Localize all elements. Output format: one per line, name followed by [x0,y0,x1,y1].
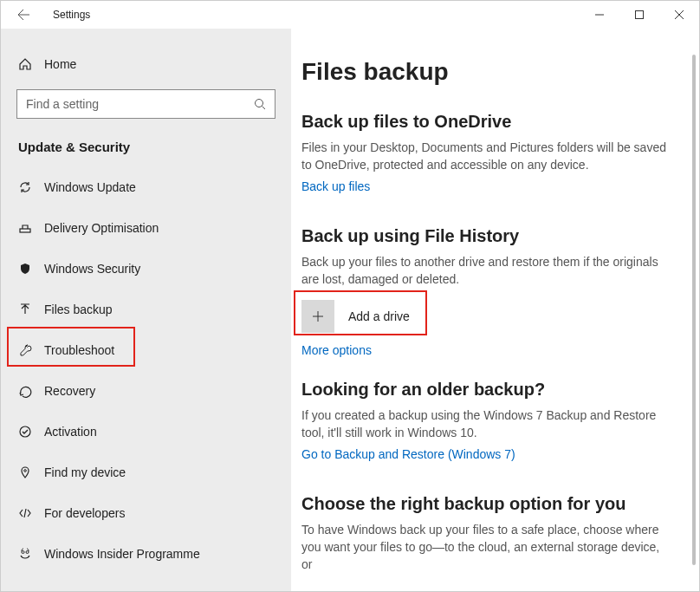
choose-heading: Choose the right backup option for you [301,494,671,514]
search-input[interactable] [26,97,266,111]
page-title: Files backup [301,58,671,86]
search-box[interactable] [16,89,275,119]
nav-label: Windows Security [44,262,140,276]
nav-for-developers[interactable]: For developers [1,492,291,533]
maximize-button[interactable] [619,1,659,29]
category-heading: Update & Security [1,122,291,166]
nav-label: Windows Insider Programme [44,547,200,561]
filehistory-heading: Back up using File History [301,226,671,246]
check-circle-icon [18,425,44,439]
window-body: Home Update & Security Windows Update [1,29,699,591]
filehistory-desc: Back up your files to another drive and … [301,253,671,289]
insider-icon [18,547,44,561]
window-title: Settings [41,9,90,21]
more-options-link[interactable]: More options [301,343,372,357]
svg-point-4 [24,469,27,472]
titlebar-left: Settings [1,1,90,29]
arrow-left-icon [16,8,30,22]
titlebar: Settings [1,1,699,29]
content-scrollbar[interactable] [692,55,696,565]
nav-recovery[interactable]: Recovery [1,370,291,411]
nav-label: Files backup [44,303,113,316]
delivery-icon [18,221,44,235]
nav-activation[interactable]: Activation [1,411,291,452]
add-drive-button[interactable]: Add a drive [301,296,671,336]
plus-icon [311,309,325,323]
nav-windows-security[interactable]: Windows Security [1,248,291,289]
svg-point-1 [256,100,263,107]
developers-icon [18,506,44,520]
backup-restore-link[interactable]: Go to Backup and Restore (Windows 7) [301,447,515,461]
onedrive-desc: Files in your Desktop, Documents and Pic… [301,139,671,174]
nav-files-backup[interactable]: Files backup [1,289,291,329]
location-icon [18,465,44,479]
nav-label: Recovery [44,384,95,398]
nav-windows-update[interactable]: Windows Update [1,166,291,207]
search-icon [254,98,266,110]
nav-windows-insider[interactable]: Windows Insider Programme [1,533,291,574]
content: Files backup Back up files to OneDrive F… [291,29,692,591]
svg-rect-2 [20,229,30,232]
sync-icon [18,180,44,194]
sidebar: Home Update & Security Windows Update [1,29,291,591]
nav-label: Windows Update [44,180,136,194]
choose-desc: To have Windows back up your files to a … [301,521,671,574]
nav-troubleshoot[interactable]: Troubleshoot [1,329,291,370]
onedrive-heading: Back up files to OneDrive [301,112,671,132]
older-heading: Looking for an older backup? [301,380,671,400]
nav-label: Activation [44,425,97,439]
close-button[interactable] [659,1,699,29]
older-desc: If you created a backup using the Window… [301,407,671,442]
minimize-button[interactable] [580,1,619,29]
plus-tile [301,300,334,333]
nav-label: Find my device [44,465,126,479]
minimize-icon [595,10,604,19]
wrench-icon [18,343,44,357]
nav-delivery-optimisation[interactable]: Delivery Optimisation [1,207,291,248]
backup-files-link[interactable]: Back up files [301,179,370,193]
svg-rect-0 [636,11,644,19]
settings-window: Settings Home [0,0,700,592]
close-icon [675,10,684,19]
svg-point-3 [20,426,30,437]
home-icon [18,57,44,71]
nav-label: For developers [44,506,125,520]
nav-find-my-device[interactable]: Find my device [1,452,291,492]
nav-label: Delivery Optimisation [44,221,159,235]
maximize-icon [635,10,644,19]
content-wrap: Files backup Back up files to OneDrive F… [291,29,699,591]
home-nav[interactable]: Home [1,48,291,81]
backup-arrow-icon [18,303,44,316]
add-drive-wrap: Add a drive [301,296,671,336]
recovery-icon [18,384,44,398]
search-wrap [1,81,291,122]
nav-list: Windows Update Delivery Optimisation Win… [1,166,291,574]
add-drive-label: Add a drive [348,309,410,323]
back-button[interactable] [6,1,41,29]
nav-label: Troubleshoot [44,343,114,357]
shield-icon [18,262,44,276]
home-label: Home [44,57,76,71]
